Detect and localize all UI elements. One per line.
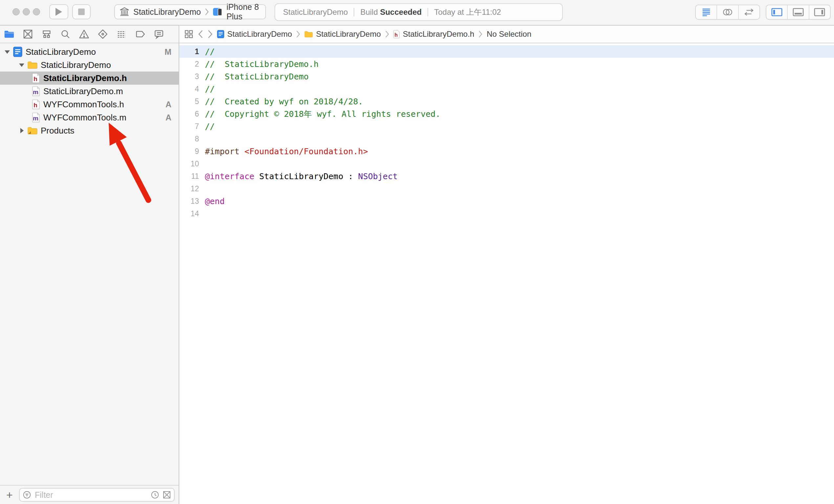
code-line[interactable]: 9#import <Foundation/Foundation.h>	[179, 145, 834, 158]
add-file-button[interactable]: +	[4, 489, 15, 500]
code-line[interactable]: 4//	[179, 83, 834, 95]
standard-editor-button[interactable]	[696, 5, 717, 19]
back-button[interactable]	[198, 30, 203, 38]
code-line[interactable]: 2// StaticLibraryDemo.h	[179, 58, 834, 70]
chevron-right-icon	[205, 8, 209, 16]
tree-item-label: StaticLibraryDemo	[41, 60, 111, 70]
code-line[interactable]: 14	[179, 207, 834, 220]
related-items-icon[interactable]	[184, 29, 194, 39]
code-line[interactable]: 13@end	[179, 195, 834, 207]
source-control-status-icon[interactable]	[162, 490, 171, 499]
tree-row-StaticLibraryDemo.m[interactable]: mStaticLibraryDemo.m	[0, 85, 179, 98]
navigator-tab-debug[interactable]	[116, 28, 127, 40]
line-content: @end	[199, 197, 225, 206]
tree-item-label: Products	[41, 126, 74, 136]
jump-project-icon	[217, 30, 224, 38]
filter-input[interactable]	[34, 490, 148, 500]
svg-text:h: h	[34, 75, 38, 82]
navigator-tab-project[interactable]	[4, 28, 15, 40]
code-line[interactable]: 8	[179, 133, 834, 145]
code-line[interactable]: 6// Copyright © 2018年 wyf. All rights re…	[179, 108, 834, 120]
navigator-tab-breakpoint[interactable]	[135, 28, 146, 40]
stop-button[interactable]	[72, 4, 91, 19]
line-content: // Copyright © 2018年 wyf. All rights res…	[199, 109, 440, 119]
tree-item-label: StaticLibraryDemo	[26, 47, 96, 57]
jump-folder-icon	[304, 30, 313, 38]
simulator-device-icon	[213, 7, 223, 17]
disclosure-closed-icon[interactable]	[18, 127, 27, 135]
crumb-sep-icon	[385, 30, 389, 38]
code-line[interactable]: 3// StaticLibraryDemo	[179, 70, 834, 83]
tree-row-Products[interactable]: Products	[0, 124, 179, 137]
navigator-sidebar: StaticLibraryDemoMStaticLibraryDemohStat…	[0, 26, 179, 504]
inspector-toggle-button[interactable]	[809, 5, 830, 19]
jump-bar-item[interactable]: hStaticLibraryDemo.h	[393, 29, 474, 39]
jump-bar-item[interactable]: StaticLibraryDemo	[217, 29, 292, 39]
forward-button[interactable]	[207, 30, 213, 38]
line-content: //	[199, 47, 215, 56]
scheme-selector[interactable]: StaticLibraryDemo iPhone 8 Plus	[114, 4, 266, 19]
filter-field[interactable]	[19, 488, 175, 502]
line-number: 9	[179, 147, 199, 156]
jump-bar-label: No Selection	[487, 29, 531, 39]
navigator-tab-report[interactable]	[153, 28, 164, 40]
project-icon	[13, 47, 22, 57]
code-line[interactable]: 7//	[179, 120, 834, 133]
jump-bar-item[interactable]: StaticLibraryDemo	[304, 29, 380, 39]
line-number: 4	[179, 85, 199, 93]
source-control-badge: M	[164, 47, 171, 57]
disclosure-open-icon[interactable]	[18, 61, 27, 69]
bottom-panel-icon	[792, 6, 805, 18]
assistant-editor-button[interactable]	[717, 5, 738, 19]
status-time: Today at 上午11:02	[434, 7, 501, 17]
tree-item-label: StaticLibraryDemo.m	[43, 86, 123, 96]
navigator-toggle-button[interactable]	[766, 5, 787, 19]
version-editor-button[interactable]	[738, 5, 760, 19]
debug-area-toggle-button[interactable]	[787, 5, 808, 19]
navigator-tab-issue[interactable]	[79, 28, 90, 40]
filter-icon	[22, 490, 31, 499]
close-button[interactable]	[13, 8, 20, 16]
status-project: StaticLibraryDemo	[283, 7, 348, 17]
jump-bar-label: StaticLibraryDemo	[227, 29, 292, 39]
minimize-button[interactable]	[23, 8, 30, 16]
code-line[interactable]: 5// Created by wyf on 2018/4/28.	[179, 95, 834, 108]
folder-products-icon	[27, 126, 38, 135]
zoom-button[interactable]	[33, 8, 40, 16]
crumb-sep-icon	[296, 30, 300, 38]
line-number: 5	[179, 97, 199, 106]
disclosure-open-icon[interactable]	[3, 48, 13, 56]
status-build-result: Succeeded	[380, 7, 422, 17]
svg-text:m: m	[33, 89, 38, 95]
recents-clock-icon[interactable]	[150, 490, 159, 499]
navigator-tab-symbol[interactable]	[41, 28, 52, 40]
jump-bar-item[interactable]: No Selection	[487, 29, 531, 39]
scheme-device-label: iPhone 8 Plus	[226, 2, 261, 21]
tree-row-StaticLibraryDemo[interactable]: StaticLibraryDemoM	[0, 45, 179, 59]
tree-row-StaticLibraryDemo.h[interactable]: hStaticLibraryDemo.h	[0, 71, 179, 85]
editor-mode-group	[695, 5, 760, 20]
code-line[interactable]: 10	[179, 158, 834, 170]
tree-item-label: StaticLibraryDemo.h	[43, 73, 127, 83]
file-m-icon: m	[32, 113, 40, 122]
line-number: 11	[179, 172, 199, 181]
source-control-badge: A	[166, 113, 171, 122]
run-button[interactable]	[49, 4, 68, 19]
tree-row-WYFCommonTools.m[interactable]: mWYFCommonTools.mA	[0, 111, 179, 124]
line-content: //	[199, 122, 215, 131]
code-line[interactable]: 12	[179, 182, 834, 195]
line-content: // StaticLibraryDemo.h	[199, 60, 319, 69]
left-panel-icon	[771, 6, 783, 18]
code-area[interactable]: 1//2// StaticLibraryDemo.h3// StaticLibr…	[179, 43, 834, 220]
line-number: 10	[179, 159, 199, 168]
navigator-tab-source-control[interactable]	[22, 28, 34, 40]
navigator-tab-find[interactable]	[60, 28, 71, 40]
library-scheme-icon	[119, 7, 129, 17]
tree-row-StaticLibraryDemo[interactable]: StaticLibraryDemo	[0, 59, 179, 71]
tree-item-label: WYFCommonTools.m	[43, 113, 126, 123]
code-line[interactable]: 1//	[179, 45, 834, 58]
code-line[interactable]: 11@interface StaticLibraryDemo : NSObjec…	[179, 170, 834, 182]
scheme-project-label: StaticLibraryDemo	[133, 7, 201, 17]
navigator-tab-test[interactable]	[97, 28, 108, 40]
tree-row-WYFCommonTools.h[interactable]: hWYFCommonTools.hA	[0, 98, 179, 111]
